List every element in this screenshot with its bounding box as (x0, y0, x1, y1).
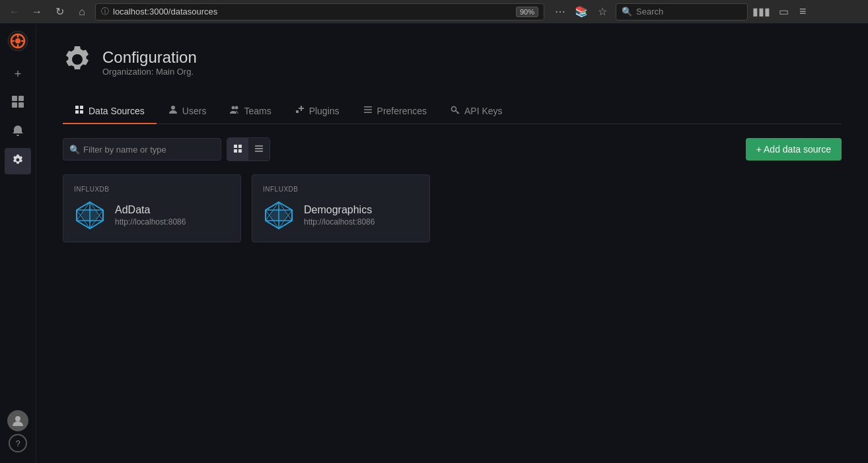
tab-teams-label: Teams (244, 106, 271, 116)
svg-point-2 (15, 38, 20, 44)
datasource-url-2: http://localhost:8086 (304, 217, 375, 227)
grid-view-button[interactable] (227, 138, 248, 160)
datasource-name-2: Demographics (304, 204, 375, 216)
sidebar-item-create[interactable]: + (5, 61, 31, 87)
tab-users[interactable]: Users (157, 98, 219, 124)
home-button[interactable]: ⌂ (73, 3, 91, 21)
page-title: Configuration (102, 48, 197, 67)
card-type-label: INFLUXDB (74, 186, 230, 193)
filter-search-icon: 🔍 (69, 145, 80, 155)
svg-rect-13 (80, 106, 83, 109)
card-info-2: Demographics http://localhost:8086 (304, 204, 375, 227)
tab-preferences[interactable]: Preferences (351, 98, 439, 124)
configuration-gear-icon (63, 45, 92, 80)
browser-menu-buttons: ⋯ 📚 ☆ (551, 3, 612, 21)
tabs: Data Sources Users (63, 98, 842, 124)
help-icon: ? (15, 439, 20, 448)
tab-users-label: Users (182, 106, 207, 116)
filter-input[interactable] (63, 138, 221, 160)
search-icon: 🔍 (622, 7, 632, 17)
user-avatar[interactable] (7, 410, 28, 431)
svg-rect-14 (75, 110, 79, 114)
card-info: AdData http://localhost:8086 (115, 204, 186, 227)
api-keys-icon (451, 105, 460, 116)
svg-point-18 (235, 106, 238, 110)
list-view-button[interactable] (248, 138, 270, 160)
svg-rect-12 (75, 106, 79, 109)
datasource-card-addata[interactable]: INFLUXDB (63, 174, 241, 242)
data-sources-icon (75, 105, 84, 116)
main-content: Configuration Organization: Main Org. Da… (36, 24, 868, 463)
card-type-label: INFLUXDB (263, 186, 419, 193)
browser-chrome: ← → ↻ ⌂ ⓘ localhost:3000/datasources 90%… (0, 0, 868, 24)
view-toggle (227, 137, 270, 161)
svg-rect-8 (18, 96, 24, 101)
card-body: AdData http://localhost:8086 (74, 199, 230, 231)
filter-input-wrap: 🔍 (63, 138, 221, 160)
refresh-button[interactable]: ↻ (50, 3, 69, 21)
svg-rect-28 (255, 145, 263, 147)
sidebar-item-configuration[interactable] (5, 148, 31, 174)
list-icon (254, 144, 264, 155)
pocket-button[interactable]: 📚 (572, 3, 591, 21)
help-button[interactable]: ? (9, 434, 27, 452)
hamburger-menu[interactable]: ≡ (797, 2, 809, 21)
info-icon: ⓘ (101, 6, 109, 17)
svg-rect-29 (255, 148, 263, 149)
grid-icon (233, 144, 242, 155)
toolbar: 🔍 (63, 137, 842, 161)
users-icon (168, 105, 178, 116)
card-body: Demographics http://localhost:8086 (263, 199, 419, 231)
zoom-level[interactable]: 90% (516, 7, 538, 17)
forward-button[interactable]: → (28, 3, 46, 21)
sidebar-item-dashboards[interactable] (5, 90, 31, 116)
datasource-card-demographics[interactable]: INFLUXDB (252, 174, 430, 242)
svg-rect-24 (234, 145, 237, 148)
add-datasource-button[interactable]: + Add data source (746, 138, 842, 160)
add-datasource-label: + Add data source (756, 144, 831, 155)
svg-rect-20 (364, 106, 372, 108)
datasource-name: AdData (115, 204, 186, 216)
preferences-icon (363, 105, 373, 116)
svg-rect-22 (364, 112, 372, 114)
tab-plugins[interactable]: Plugins (283, 98, 351, 124)
svg-rect-25 (238, 145, 242, 148)
page-header-text: Configuration Organization: Main Org. (102, 48, 197, 77)
library-button[interactable]: ▮▮▮ (752, 3, 770, 21)
tab-api-keys[interactable]: API Keys (439, 98, 515, 124)
plus-icon: + (15, 67, 22, 81)
svg-rect-7 (12, 96, 17, 101)
sidebar-logo[interactable] (6, 29, 30, 53)
sidebar-bottom: ? (7, 410, 28, 458)
app-layout: + (0, 24, 868, 463)
page-subtitle: Organization: Main Org. (102, 67, 197, 77)
svg-rect-10 (18, 102, 24, 108)
influxdb-logo (74, 199, 106, 231)
browser-search-bar[interactable]: 🔍 Search (616, 3, 748, 20)
page-header: Configuration Organization: Main Org. (63, 45, 842, 80)
reader-button[interactable]: ▭ (774, 3, 793, 21)
influxdb-logo-2 (263, 199, 295, 231)
tab-plugins-label: Plugins (309, 106, 340, 116)
svg-point-16 (171, 106, 175, 110)
tab-teams[interactable]: Teams (218, 98, 283, 124)
tab-api-keys-label: API Keys (464, 106, 503, 116)
svg-rect-21 (364, 109, 372, 110)
tab-data-sources-label: Data Sources (89, 106, 145, 116)
back-button[interactable]: ← (5, 3, 24, 21)
address-bar[interactable]: ⓘ localhost:3000/datasources 90% (95, 3, 544, 20)
svg-rect-27 (238, 149, 242, 153)
svg-point-17 (232, 106, 235, 110)
svg-rect-30 (255, 151, 263, 152)
sidebar-item-alerting[interactable] (5, 119, 31, 145)
star-button[interactable]: ☆ (593, 3, 612, 21)
tab-preferences-label: Preferences (377, 106, 427, 116)
search-placeholder: Search (636, 7, 663, 17)
more-button[interactable]: ⋯ (551, 3, 569, 21)
svg-rect-9 (12, 102, 17, 108)
dashboard-icon (11, 95, 24, 112)
url-text: localhost:3000/datasources (113, 7, 512, 17)
tab-data-sources[interactable]: Data Sources (63, 98, 157, 124)
svg-rect-15 (80, 110, 83, 114)
toolbar-left: 🔍 (63, 137, 270, 161)
